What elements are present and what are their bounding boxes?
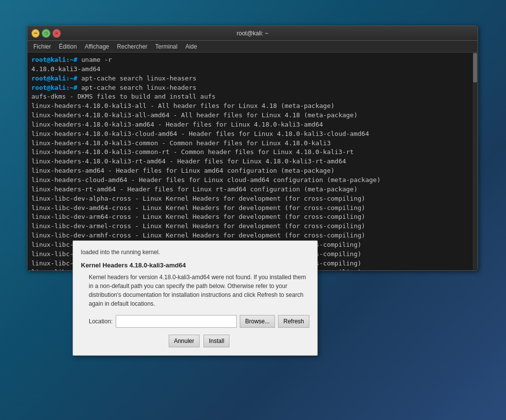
terminal-line: linux-headers-4.18.0-kali3-common-rt - C… [31, 148, 474, 157]
menu-rechercher[interactable]: Rechercher [113, 42, 152, 51]
terminal-line: 4.18.0-kali3-amd64 [31, 65, 474, 74]
window-title: root@kali: ~ [61, 30, 444, 37]
dialog-top-text: loaded into the running kernel. [81, 249, 309, 256]
terminal-line: aufs-dkms - DKMS files to build and inst… [31, 92, 474, 102]
terminal-window: — ❐ ✕ root@kali: ~ Fichier Édition Affic… [27, 26, 478, 271]
terminal-output: root@kali:~# uname -r4.18.0-kali3-amd64r… [27, 52, 478, 270]
terminal-command: uname -r [81, 56, 112, 63]
scrollbar-thumb [473, 53, 477, 82]
menu-edition[interactable]: Édition [55, 42, 81, 51]
location-row: Location: Browse... Refresh [89, 315, 309, 328]
browse-button[interactable]: Browse... [240, 315, 275, 328]
install-button[interactable]: Install [203, 335, 229, 347]
terminal-command: apt-cache search linux-heasers [81, 75, 197, 82]
cancel-button[interactable]: Annuler [169, 335, 200, 347]
terminal-prompt: root@kali:~# [31, 56, 81, 63]
title-bar: — ❐ ✕ root@kali: ~ [27, 26, 478, 41]
refresh-button[interactable]: Refresh [278, 315, 309, 328]
menu-affichage[interactable]: Affichage [81, 42, 113, 51]
menu-bar: Fichier Édition Affichage Rechercher Ter… [27, 41, 478, 52]
terminal-line: linux-headers-4.18.0-kali3-all-amd64 - A… [31, 111, 474, 120]
terminal-line: linux-libc-dev-armhf-cross - Linux Kerne… [31, 231, 474, 240]
dialog-actions: Annuler Install [89, 335, 309, 347]
terminal-line: root@kali:~# apt-cache search linux-head… [31, 83, 474, 93]
terminal-line: linux-libc-dev-alpha-cross - Linux Kerne… [31, 194, 474, 204]
location-label: Location: [89, 318, 113, 325]
terminal-line: linux-headers-rt-amd64 - Header files fo… [31, 185, 474, 194]
menu-terminal[interactable]: Terminal [152, 42, 181, 51]
terminal-line: linux-libc-dev-armel-cross - Linux Kerne… [31, 222, 474, 231]
dialog-section-title: Kernel Headers 4.18.0-kali3-amd64 [81, 262, 309, 269]
terminal-line: linux-headers-amd64 - Header files for L… [31, 166, 474, 176]
menu-aide[interactable]: Aide [181, 42, 201, 51]
terminal-line: linux-headers-4.18.0-kali3-rt-amd64 - He… [31, 157, 474, 166]
terminal-command: apt-cache search linux-headers [81, 84, 197, 91]
minimize-button[interactable]: — [31, 29, 40, 38]
scrollbar[interactable] [473, 52, 478, 270]
dialog-description: Kernel headers for version 4.18.0-kali3-… [89, 273, 309, 308]
terminal-line: root@kali:~# apt-cache search linux-heas… [31, 74, 474, 83]
terminal-line: linux-headers-4.18.0-kali3-cloud-amd64 -… [31, 130, 474, 139]
maximize-button[interactable]: ❐ [42, 29, 50, 38]
close-button[interactable]: ✕ [52, 29, 61, 38]
location-input[interactable] [116, 315, 237, 328]
terminal-line: linux-libc-dev-amd64-cross - Linux Kerne… [31, 204, 474, 213]
terminal-line: linux-libc-dev-arm64-cross - Linux Kerne… [31, 212, 474, 222]
terminal-line: linux-headers-4.18.0-kali3-common - Comm… [31, 139, 474, 148]
kernel-headers-dialog: loaded into the running kernel. Kernel H… [73, 240, 318, 356]
terminal-line: root@kali:~# uname -r [31, 55, 474, 65]
terminal-line: linux-headers-4.18.0-kali3-amd64 - Heade… [31, 120, 474, 130]
terminal-line: linux-headers-4.18.0-kali3-all - All hea… [31, 102, 474, 111]
terminal-prompt: root@kali:~# [31, 84, 81, 91]
terminal-line: linux-headers-cloud-amd64 - Header files… [31, 176, 474, 185]
menu-fichier[interactable]: Fichier [29, 42, 55, 51]
terminal-prompt: root@kali:~# [31, 75, 81, 82]
